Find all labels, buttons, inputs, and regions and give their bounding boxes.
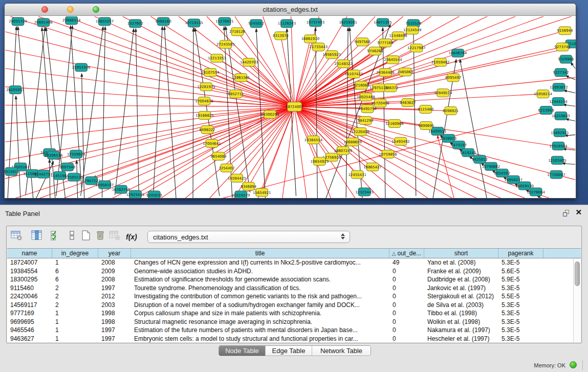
table-row[interactable]: 946362711997Embryonic stem cells: a mode… — [7, 335, 581, 343]
graph-node[interactable]: 8852711 — [228, 90, 244, 98]
table-cell[interactable]: 5.3E-5 — [498, 258, 543, 267]
table-cell[interactable]: Disruption of a novel member of a sodium… — [131, 301, 389, 310]
tab-edge-table[interactable]: Edge Table — [265, 346, 312, 356]
table-cell[interactable]: 1 — [52, 326, 98, 335]
table-cell[interactable]: 9115460 — [7, 284, 52, 293]
graph-node[interactable]: 8313074 — [273, 32, 289, 40]
graph-node[interactable]: 11126243 — [278, 19, 296, 28]
column-header-short[interactable]: short — [424, 249, 498, 258]
graph-node[interactable]: 2718126 — [229, 28, 245, 36]
graph-node[interactable]: 9115460 — [418, 105, 433, 114]
graph-node[interactable]: 9329966 — [558, 55, 574, 63]
graph-node[interactable]: 9227342 — [553, 69, 569, 77]
column-header-title[interactable]: title — [131, 249, 389, 258]
table-cell[interactable]: 0 — [389, 301, 424, 310]
graph-node[interactable]: 18724007 — [286, 102, 303, 112]
table-cell[interactable]: 2 — [52, 284, 98, 293]
table-cell[interactable]: 2009 — [98, 267, 131, 276]
table-cell[interactable]: 2 — [52, 301, 98, 310]
graph-node[interactable]: 24364486 — [376, 69, 394, 77]
graph-node[interactable]: 18865427 — [363, 163, 381, 171]
table-cell[interactable]: 5.3E-5 — [498, 318, 543, 326]
table-cell[interactable]: 0 — [389, 292, 424, 301]
table-row[interactable]: 911546021997Tourette syndrome. Phenomeno… — [7, 284, 581, 293]
table-row[interactable]: 946554611997Estimation of the future num… — [7, 326, 581, 335]
graph-node[interactable]: 19737493 — [307, 18, 324, 27]
graph-node[interactable]: 7485063 — [397, 68, 413, 76]
table-selector-dropdown[interactable]: citations_edges.txt — [147, 231, 350, 243]
table-cell[interactable]: 5.3E-5 — [498, 335, 543, 343]
table-cell[interactable]: 5.3E-5 — [498, 284, 543, 293]
table-vertical-scrollbar[interactable] — [573, 258, 581, 342]
network-canvas[interactable]: 24055724 20691406 23988314 10655257 1527… — [5, 16, 576, 198]
table-cell[interactable]: Tibbo et al. (1998) — [424, 309, 498, 318]
table-cell[interactable]: 1997 — [98, 284, 131, 293]
graph-node[interactable]: 9425012 — [472, 155, 488, 163]
graph-node[interactable]: 9841294 — [358, 116, 374, 124]
citation-network-graph[interactable]: 24055724 20691406 23988314 10655257 1527… — [5, 16, 576, 198]
table-cell[interactable]: Genome-wide association studies in ADHD. — [131, 267, 389, 276]
table-cell[interactable]: 1998 — [98, 309, 131, 318]
graph-node[interactable]: 9097548 — [59, 163, 75, 171]
graph-node[interactable]: 17004678 — [195, 97, 213, 105]
graph-node[interactable]: 17220406 — [351, 127, 369, 136]
table-cell[interactable]: Jankovic et al. (1997) — [424, 284, 498, 293]
table-row[interactable]: 1456911722003Disruption of a novel membe… — [7, 301, 581, 310]
float-window-icon[interactable] — [563, 210, 571, 217]
table-cell[interactable]: Yano et al. (2008) — [424, 258, 498, 267]
graph-node[interactable]: 9463627 — [400, 99, 416, 107]
graph-node[interactable]: 7254402 — [219, 164, 234, 172]
network-window-titlebar[interactable]: citations_edges.txt — [5, 4, 576, 16]
graph-node[interactable]: 11548498 — [389, 32, 407, 40]
delete-table-icon[interactable] — [95, 230, 108, 244]
table-cell[interactable]: Nakamura et al. (1997) — [424, 326, 498, 335]
graph-node[interactable]: 19495758 — [358, 105, 376, 113]
graph-node[interactable]: 12455431 — [348, 170, 366, 179]
table-cell[interactable]: Franke et al. (2009) — [424, 267, 498, 276]
table-cell[interactable]: 49 — [389, 258, 424, 267]
table-cell[interactable]: 5.6E-5 — [498, 267, 543, 276]
tab-network-table[interactable]: Network Table — [312, 346, 371, 356]
graph-node[interactable]: 16210643 — [552, 112, 570, 120]
graph-node[interactable]: 10224579 — [232, 191, 250, 198]
table-settings-icon[interactable] — [11, 230, 24, 244]
table-cell[interactable]: 1997 — [98, 326, 131, 335]
graph-node[interactable]: 21059482 — [431, 58, 449, 67]
table-cell[interactable]: 1 — [52, 258, 98, 267]
column-header-out-de-[interactable]: △out_de... — [389, 249, 424, 258]
table-cell[interactable]: Wolkin et al. (1998) — [424, 318, 498, 326]
graph-node[interactable]: 9699695 — [418, 121, 434, 129]
column-header-in-degree[interactable]: in_degree — [52, 249, 98, 258]
table-cell[interactable]: 1 — [52, 309, 98, 318]
scrollbar-thumb[interactable] — [575, 261, 580, 286]
table-cell[interactable]: 9463627 — [7, 335, 52, 343]
table-cell[interactable]: Tourette syndrome. Phenomenology and cla… — [131, 284, 389, 293]
graph-node[interactable]: 9654088 — [210, 152, 226, 160]
table-cell[interactable]: 5.3E-5 — [498, 309, 543, 318]
graph-node[interactable]: 12093872 — [550, 83, 568, 92]
table-row[interactable]: 1938455462009Genome-wide association stu… — [7, 267, 581, 276]
table-cell[interactable]: 2012 — [98, 292, 131, 301]
graph-node[interactable]: 10719155 — [185, 19, 203, 27]
column-header-year[interactable]: year — [98, 249, 131, 258]
graph-node[interactable]: 12861561 — [232, 74, 250, 82]
tab-node-table[interactable]: Node Table — [219, 346, 265, 356]
table-cell[interactable]: 2008 — [98, 275, 131, 284]
graph-node[interactable]: 12213353 — [208, 54, 226, 62]
graph-node[interactable]: 15493492 — [391, 137, 409, 145]
table-row[interactable]: 1872400712008Changes of HCN gene express… — [7, 258, 581, 267]
table-cell[interactable]: Dudbridge et al. (2008) — [424, 275, 498, 284]
graph-node[interactable]: 6473197 — [451, 141, 467, 149]
graph-node[interactable]: 17726087 — [547, 170, 565, 179]
table-cell[interactable]: 2 — [52, 292, 98, 301]
table-cell[interactable]: Hescheler et al. (1997) — [424, 335, 498, 343]
table-cell[interactable]: 0 — [389, 284, 424, 293]
graph-node[interactable]: 15958214 — [534, 90, 552, 98]
table-cell[interactable]: de Silva et al. (2003) — [424, 301, 498, 310]
table-cell[interactable]: Embryonic stem cells: a model to study s… — [131, 335, 389, 343]
table-cell[interactable]: 5.5E-5 — [498, 292, 543, 301]
graph-node[interactable]: 8024502 — [494, 169, 510, 177]
edit-columns-icon[interactable] — [31, 230, 45, 244]
graph-node[interactable]: 9273745 — [554, 43, 570, 51]
table-cell[interactable]: 0 — [389, 267, 424, 276]
